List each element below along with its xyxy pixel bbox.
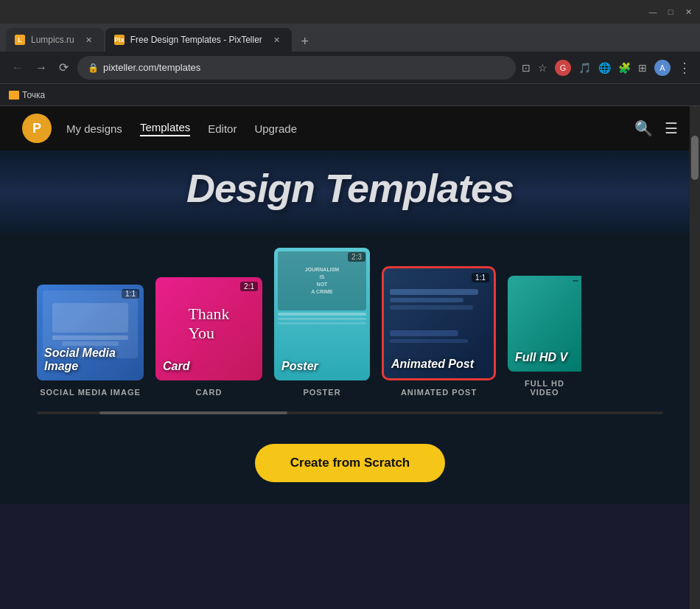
browser-toolbar-icons: ⊡ ☆ G 🎵 🌐 🧩 ⊞ A ⋮ [522, 60, 691, 76]
browser-scrollbar[interactable] [690, 106, 700, 609]
hamburger-icon[interactable]: ☰ [665, 119, 678, 137]
title-bar: — □ ✕ [0, 0, 700, 24]
card-poster-title: Poster [281, 360, 318, 373]
scrollbar-thumb [99, 411, 287, 414]
card-poster[interactable]: 2:3 JOURNALISMISNOTA CRIME Poster POS [274, 248, 370, 397]
tab-label-lumpics: Lumpics.ru [31, 35, 74, 45]
card-greeting-title: Card [163, 360, 189, 373]
cast-icon[interactable]: ⊞ [638, 62, 647, 74]
folder-icon [9, 91, 19, 100]
star-icon[interactable]: ☆ [538, 62, 547, 74]
address-input[interactable]: 🔒 pixteller.com/templates [77, 56, 516, 80]
website-area: P My designs Templates Editor Upgrade 🔍 … [0, 106, 700, 609]
carousel-scrollbar[interactable] [37, 411, 663, 414]
address-bar: ← → ⟳ 🔒 pixteller.com/templates ⊡ ☆ G 🎵 … [0, 52, 700, 84]
site-logo[interactable]: P [22, 114, 52, 143]
new-tab-button[interactable]: + [295, 31, 315, 52]
website-content: P My designs Templates Editor Upgrade 🔍 … [0, 106, 700, 609]
refresh-button[interactable]: ⟳ [56, 58, 71, 77]
card-social-label: SOCIAL MEDIA IMAGE [40, 388, 141, 397]
carousel-section: 1:1 Social MediaImage SOCIAL MEDIA IMAGE [0, 233, 700, 429]
nav-links: My designs Templates Editor Upgrade [66, 121, 634, 136]
close-button[interactable]: ✕ [684, 7, 693, 16]
translate-icon[interactable]: ⊡ [522, 62, 531, 74]
tab-close-pixteller[interactable]: ✕ [271, 34, 283, 46]
search-icon[interactable]: 🔍 [634, 119, 653, 137]
hero-section: Design Templates [0, 150, 700, 233]
card-full-hd[interactable]: Full HD V FULL HDVIDEO [508, 276, 581, 397]
lock-icon: 🔒 [88, 63, 99, 73]
profile-avatar[interactable]: A [654, 60, 671, 76]
tab-label-pixteller: Free Design Templates - PixTeller [130, 35, 262, 45]
ratio-badge-fullhd [573, 280, 578, 282]
maximize-button[interactable]: □ [666, 7, 675, 16]
create-from-scratch-button[interactable]: Create from Scratch [255, 444, 446, 482]
carousel-track: 1:1 Social MediaImage SOCIAL MEDIA IMAGE [0, 240, 700, 411]
forward-button[interactable]: → [32, 58, 50, 77]
nav-my-designs[interactable]: My designs [66, 122, 122, 135]
bookmark-folder-item[interactable]: Точка [9, 90, 45, 100]
nav-editor[interactable]: Editor [208, 122, 237, 135]
scrollbar-thumb-browser [691, 136, 699, 180]
nav-right: 🔍 ☰ [634, 119, 678, 137]
card-social-media-image[interactable]: 1:1 Social MediaImage SOCIAL MEDIA IMAGE [37, 285, 144, 397]
card-fullhd-title: Full HD V [515, 351, 567, 364]
back-button[interactable]: ← [9, 58, 27, 77]
extensions-icon[interactable]: 🧩 [618, 62, 631, 74]
menu-dots-button[interactable]: ⋮ [678, 60, 691, 76]
bookmark-label: Точка [22, 90, 45, 100]
window-controls: — □ ✕ [648, 7, 693, 16]
tabs-bar: L Lumpics.ru ✕ Pix Free Design Templates… [0, 24, 700, 52]
tab-favicon-pixteller: Pix [114, 35, 125, 45]
card-animated-post[interactable]: 1:1 Animated Post ANIMATED POST [382, 266, 496, 397]
minimize-button[interactable]: — [648, 7, 657, 16]
card-animated-label: ANIMATED POST [401, 388, 477, 397]
card-animated-title: Animated Post [391, 358, 474, 371]
music-icon[interactable]: 🎵 [578, 62, 591, 74]
nav-templates[interactable]: Templates [140, 121, 190, 136]
bookmarks-bar: Точка [0, 84, 700, 106]
create-btn-wrapper: Create from Scratch [0, 429, 700, 504]
nav-upgrade[interactable]: Upgrade [254, 122, 297, 135]
tab-lumpics[interactable]: L Lumpics.ru ✕ [6, 28, 104, 52]
card-poster-label: POSTER [303, 388, 340, 397]
tab-pixteller[interactable]: Pix Free Design Templates - PixTeller ✕ [105, 28, 292, 52]
card-greeting-card[interactable]: 2:1 ThankYou Card CARD [155, 277, 262, 397]
card-greeting-label: CARD [196, 388, 223, 397]
site-nav: P My designs Templates Editor Upgrade 🔍 … [0, 106, 700, 150]
hero-title: Design Templates [186, 165, 514, 211]
card-social-title: Social MediaImage [44, 347, 116, 373]
profile-icon[interactable]: G [555, 60, 571, 76]
tab-close-lumpics[interactable]: ✕ [83, 34, 95, 46]
tab-favicon-lumpics: L [15, 35, 25, 45]
browser-window: — □ ✕ L Lumpics.ru ✕ Pix Free Design Tem… [0, 0, 700, 106]
globe-icon[interactable]: 🌐 [598, 62, 611, 74]
card-fullhd-label: FULL HDVIDEO [525, 379, 564, 397]
address-text: pixteller.com/templates [103, 62, 505, 73]
